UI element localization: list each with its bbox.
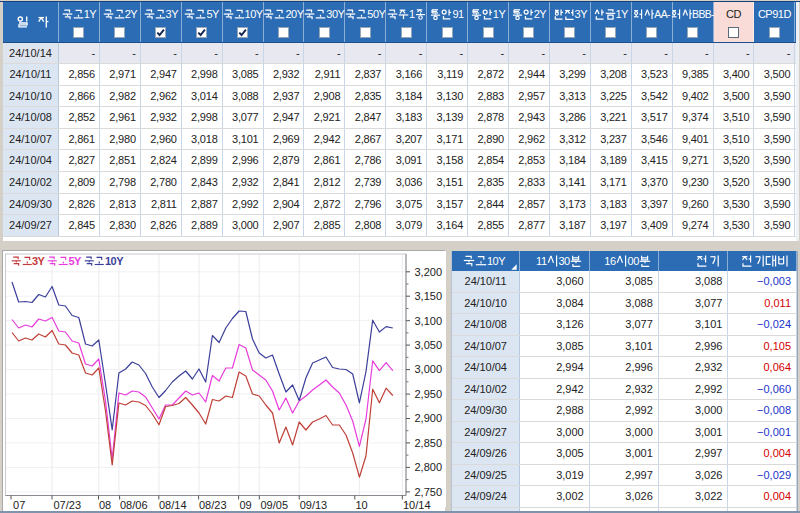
svg-text:07/23: 07/23 (54, 499, 82, 511)
svg-text:3,200: 3,200 (414, 266, 442, 278)
svg-text:08/23: 08/23 (199, 499, 227, 511)
svg-text:2,900: 2,900 (414, 412, 442, 424)
svg-text:10: 10 (356, 499, 368, 511)
svg-text:09/13: 09/13 (300, 499, 328, 511)
svg-text:10/14: 10/14 (403, 499, 431, 511)
svg-text:08/06: 08/06 (120, 499, 148, 511)
svg-text:2,950: 2,950 (414, 388, 442, 400)
svg-text:2,750: 2,750 (414, 486, 442, 498)
svg-text:3,000: 3,000 (414, 363, 442, 375)
svg-text:3,150: 3,150 (414, 290, 442, 302)
svg-text:09: 09 (240, 499, 252, 511)
svg-text:3,050: 3,050 (414, 339, 442, 351)
svg-text:09/05: 09/05 (261, 499, 289, 511)
svg-text:07: 07 (13, 499, 25, 511)
svg-text:08/14: 08/14 (159, 499, 187, 511)
svg-text:08: 08 (99, 499, 111, 511)
svg-text:2,800: 2,800 (414, 461, 442, 473)
svg-text:2,850: 2,850 (414, 437, 442, 449)
svg-text:3,100: 3,100 (414, 315, 442, 327)
